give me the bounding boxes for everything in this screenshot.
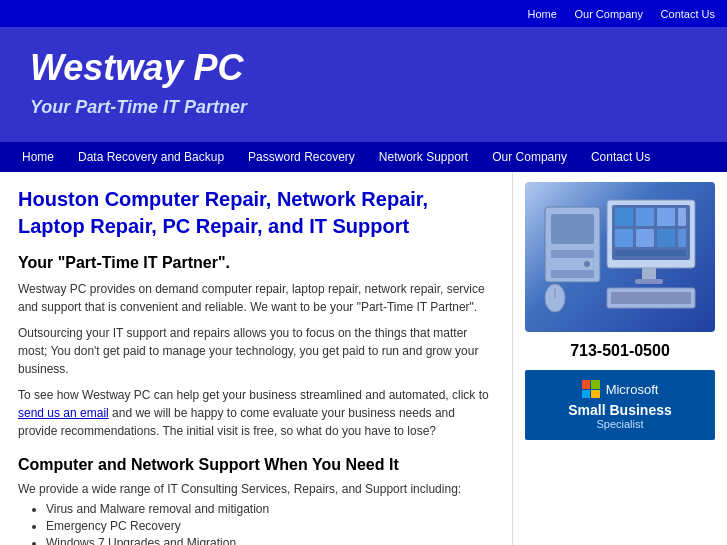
svg-rect-17	[635, 279, 663, 284]
nav-network-support[interactable]: Network Support	[367, 142, 480, 172]
list-item: Windows 7 Upgrades and Migration	[46, 536, 494, 545]
paragraph-3: To see how Westway PC can help get your …	[18, 386, 494, 440]
svg-rect-19	[611, 292, 691, 304]
svg-rect-2	[551, 250, 594, 258]
svg-rect-10	[678, 208, 686, 226]
nav-home[interactable]: Home	[10, 142, 66, 172]
ms-text: Microsoft	[606, 382, 659, 397]
paragraph-3-start: To see how Westway PC can help get your …	[18, 388, 489, 402]
computer-svg	[535, 192, 705, 322]
svg-rect-12	[636, 229, 654, 247]
nav-our-company[interactable]: Our Company	[480, 142, 579, 172]
ms-logo-line: Microsoft	[535, 380, 705, 398]
nav-contact-us[interactable]: Contact Us	[579, 142, 662, 172]
svg-rect-11	[615, 229, 633, 247]
svg-rect-7	[615, 208, 633, 226]
computer-image	[525, 182, 715, 332]
nav-data-recovery[interactable]: Data Recovery and Backup	[66, 142, 236, 172]
email-link[interactable]: send us an email	[18, 406, 109, 420]
ms-badge: Microsoft Small Business Specialist	[525, 370, 715, 440]
svg-rect-13	[657, 229, 675, 247]
page-heading: Houston Computer Repair, Network Repair,…	[18, 186, 494, 240]
svg-rect-4	[551, 270, 594, 278]
paragraph-2: Outsourcing your IT support and repairs …	[18, 324, 494, 378]
badge-title: Small Business	[535, 402, 705, 418]
svg-rect-16	[642, 268, 656, 280]
svg-rect-9	[657, 208, 675, 226]
site-header: Westway PC Your Part-Time IT Partner	[0, 27, 727, 142]
svg-rect-14	[678, 229, 686, 247]
site-tagline: Your Part-Time IT Partner	[30, 97, 697, 118]
phone-number: 713-501-0500	[570, 342, 670, 360]
main-nav: Home Data Recovery and Backup Password R…	[0, 142, 727, 172]
svg-rect-15	[615, 250, 686, 256]
sidebar: 713-501-0500 Microsoft Small Business Sp…	[512, 172, 727, 545]
ms-flag-icon	[582, 380, 600, 398]
svg-rect-8	[636, 208, 654, 226]
list-intro: We provide a wide range of IT Consulting…	[18, 482, 494, 496]
svg-point-3	[584, 261, 590, 267]
site-title: Westway PC	[30, 47, 697, 89]
sub-section-title: Computer and Network Support When You Ne…	[18, 456, 494, 474]
paragraph-1: Westway PC provides on demand computer r…	[18, 280, 494, 316]
top-nav-contact-us[interactable]: Contact Us	[661, 8, 715, 20]
service-list: Virus and Malware removal and mitigation…	[18, 502, 494, 545]
top-nav: Home Our Company Contact Us	[0, 0, 727, 27]
list-item: Emergency PC Recovery	[46, 519, 494, 533]
main-content: Houston Computer Repair, Network Repair,…	[0, 172, 512, 545]
top-nav-our-company[interactable]: Our Company	[574, 8, 642, 20]
section-title: Your "Part-Time IT Partner".	[18, 254, 494, 272]
badge-sub: Specialist	[535, 418, 705, 430]
list-item: Virus and Malware removal and mitigation	[46, 502, 494, 516]
content-wrapper: Houston Computer Repair, Network Repair,…	[0, 172, 727, 545]
nav-password-recovery[interactable]: Password Recovery	[236, 142, 367, 172]
svg-rect-1	[551, 214, 594, 244]
top-nav-home[interactable]: Home	[528, 8, 557, 20]
